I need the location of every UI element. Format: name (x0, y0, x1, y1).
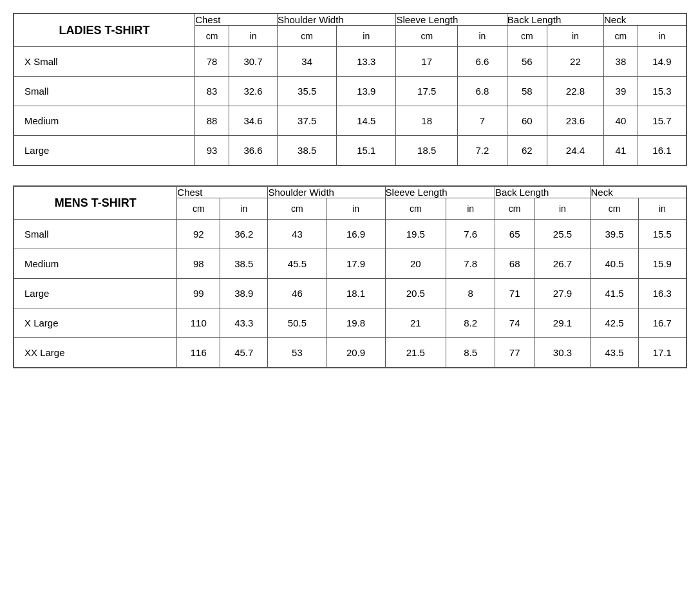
data-cell: 23.6 (547, 106, 603, 136)
data-cell: 17.9 (326, 249, 385, 279)
data-cell: 15.9 (638, 249, 686, 279)
data-cell: 16.3 (638, 279, 686, 308)
data-cell: 6.8 (458, 77, 507, 106)
table-title: LADIES T-SHIRT (14, 14, 195, 47)
data-cell: 50.5 (268, 308, 326, 338)
data-cell: 43 (268, 220, 326, 249)
data-cell: 37.5 (278, 106, 337, 136)
subheader-cell: in (534, 198, 591, 220)
data-cell: 40 (604, 106, 638, 136)
data-cell: 17 (396, 47, 458, 77)
data-cell: 71 (495, 279, 534, 308)
data-cell: 36.2 (220, 220, 268, 249)
subheader-cell: cm (396, 26, 458, 47)
subheader-cell: cm (604, 26, 638, 47)
data-cell: 7.8 (446, 249, 495, 279)
size-label: X Small (14, 47, 195, 77)
data-cell: 19.5 (385, 220, 446, 249)
subheader-cell: cm (177, 198, 220, 220)
table-title: MENS T-SHIRT (14, 187, 177, 220)
data-cell: 42.5 (591, 308, 638, 338)
data-cell: 27.9 (534, 279, 591, 308)
subheader-cell: cm (495, 198, 534, 220)
data-cell: 7.6 (446, 220, 495, 249)
data-cell: 21 (385, 308, 446, 338)
data-cell: 99 (177, 279, 220, 308)
data-cell: 58 (507, 77, 547, 106)
data-cell: 7.2 (458, 136, 507, 165)
data-cell: 24.4 (547, 136, 603, 165)
table-row: Large9336.638.515.118.57.26224.44116.1 (14, 136, 686, 165)
column-group-header: Chest (195, 14, 278, 26)
data-cell: 92 (177, 220, 220, 249)
data-cell: 74 (495, 308, 534, 338)
subheader-cell: in (446, 198, 495, 220)
mens-table-container: MENS T-SHIRTChestShoulder WidthSleeve Le… (13, 185, 687, 368)
mens-table: MENS T-SHIRTChestShoulder WidthSleeve Le… (14, 186, 686, 368)
data-cell: 8.2 (446, 308, 495, 338)
data-cell: 38 (604, 47, 638, 77)
column-group-header: Neck (591, 187, 686, 198)
data-cell: 20 (385, 249, 446, 279)
data-cell: 93 (195, 136, 229, 165)
data-cell: 18.1 (326, 279, 385, 308)
subheader-cell: cm (385, 198, 446, 220)
subheader-cell: cm (268, 198, 326, 220)
ladies-table-container: LADIES T-SHIRTChestShoulder WidthSleeve … (13, 13, 687, 166)
data-cell: 30.3 (534, 338, 591, 368)
data-cell: 15.7 (638, 106, 686, 136)
data-cell: 45.5 (268, 249, 326, 279)
column-group-header: Shoulder Width (268, 187, 385, 198)
subheader-cell: in (638, 198, 686, 220)
data-cell: 21.5 (385, 338, 446, 368)
size-label: Small (14, 220, 177, 249)
table-row: Medium8834.637.514.51876023.64015.7 (14, 106, 686, 136)
data-cell: 32.6 (229, 77, 278, 106)
data-cell: 88 (195, 106, 229, 136)
subheader-cell: cm (195, 26, 229, 47)
data-cell: 38.5 (278, 136, 337, 165)
data-cell: 14.5 (337, 106, 396, 136)
subheader-cell: in (638, 26, 686, 47)
subheader-cell: cm (507, 26, 547, 47)
data-cell: 29.1 (534, 308, 591, 338)
data-cell: 35.5 (278, 77, 337, 106)
data-cell: 8.5 (446, 338, 495, 368)
data-cell: 22.8 (547, 77, 603, 106)
data-cell: 78 (195, 47, 229, 77)
data-cell: 39 (604, 77, 638, 106)
subheader-cell: in (229, 26, 278, 47)
data-cell: 13.9 (337, 77, 396, 106)
data-cell: 98 (177, 249, 220, 279)
data-cell: 116 (177, 338, 220, 368)
data-cell: 7 (458, 106, 507, 136)
data-cell: 18 (396, 106, 458, 136)
data-cell: 19.8 (326, 308, 385, 338)
data-cell: 38.9 (220, 279, 268, 308)
data-cell: 46 (268, 279, 326, 308)
data-cell: 13.3 (337, 47, 396, 77)
table-row: Large9938.94618.120.587127.941.516.3 (14, 279, 686, 308)
data-cell: 16.9 (326, 220, 385, 249)
column-group-header: Neck (604, 14, 686, 26)
size-label: Large (14, 279, 177, 308)
data-cell: 34 (278, 47, 337, 77)
column-group-header: Shoulder Width (278, 14, 396, 26)
data-cell: 77 (495, 338, 534, 368)
data-cell: 41 (604, 136, 638, 165)
data-cell: 43.3 (220, 308, 268, 338)
column-group-header: Back Length (507, 14, 603, 26)
data-cell: 110 (177, 308, 220, 338)
data-cell: 65 (495, 220, 534, 249)
data-cell: 83 (195, 77, 229, 106)
data-cell: 53 (268, 338, 326, 368)
size-label: Large (14, 136, 195, 165)
data-cell: 15.1 (337, 136, 396, 165)
data-cell: 38.5 (220, 249, 268, 279)
subheader-cell: cm (591, 198, 638, 220)
column-group-header: Back Length (495, 187, 591, 198)
size-label: XX Large (14, 338, 177, 368)
data-cell: 20.5 (385, 279, 446, 308)
table-row: X Small7830.73413.3176.656223814.9 (14, 47, 686, 77)
data-cell: 36.6 (229, 136, 278, 165)
